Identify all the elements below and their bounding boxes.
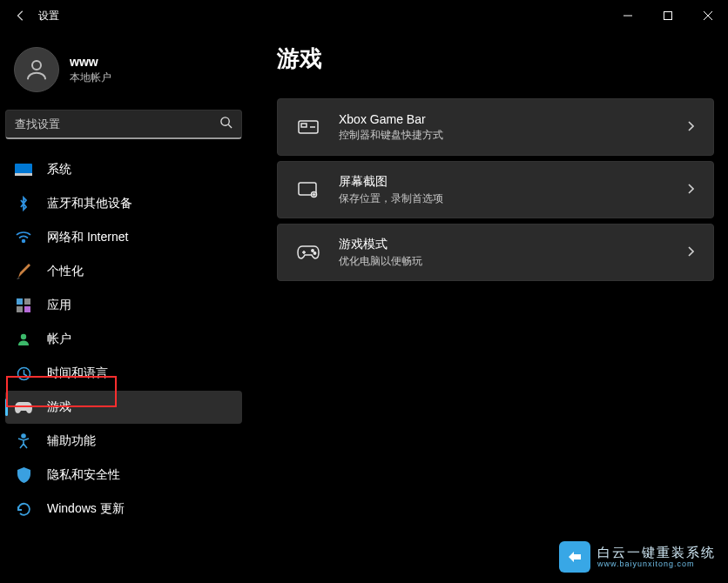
minimize-button[interactable] [608, 3, 648, 29]
svg-rect-18 [301, 124, 307, 127]
sidebar-item-label: 网络和 Internet [47, 230, 128, 245]
privacy-icon [14, 466, 33, 485]
card-xbox-game-bar[interactable]: Xbox Game Bar 控制器和键盘快捷方式 [277, 98, 714, 156]
svg-point-9 [23, 240, 25, 243]
sidebar-item-label: 时间和语言 [47, 365, 108, 381]
sidebar-item-accounts[interactable]: 帐户 [5, 323, 242, 356]
watermark: 白云一键重装系统 www.baiyunxitong.com [559, 541, 716, 573]
sidebar-item-label: Windows 更新 [47, 501, 125, 517]
game-mode-icon [297, 241, 320, 264]
card-title: 屏幕截图 [339, 174, 443, 190]
avatar [14, 47, 59, 92]
title-bar: 设置 [0, 0, 728, 31]
sidebar-item-label: 蓝牙和其他设备 [47, 196, 132, 211]
sidebar-item-label: 游戏 [47, 399, 71, 415]
account-type: 本地帐户 [70, 70, 111, 85]
sidebar-item-label: 应用 [47, 298, 71, 313]
svg-rect-11 [24, 298, 30, 305]
nav-list: 系统 蓝牙和其他设备 网络和 Internet 个性化 [5, 153, 247, 526]
svg-rect-8 [15, 173, 32, 176]
account-icon [14, 330, 33, 349]
card-title: 游戏模式 [339, 237, 422, 252]
user-profile[interactable]: www 本地帐户 [5, 42, 247, 108]
svg-point-4 [32, 61, 41, 70]
sidebar-item-label: 个性化 [47, 264, 84, 279]
sidebar-item-label: 系统 [47, 162, 71, 178]
sidebar-item-windows-update[interactable]: Windows 更新 [5, 493, 242, 526]
window-title: 设置 [38, 9, 59, 23]
sidebar-item-network[interactable]: 网络和 Internet [5, 221, 242, 254]
sidebar-item-gaming[interactable]: 游戏 [5, 391, 242, 424]
sidebar-item-accessibility[interactable]: 辅助功能 [5, 425, 242, 458]
sidebar-item-bluetooth[interactable]: 蓝牙和其他设备 [5, 187, 242, 220]
window-controls [608, 3, 728, 29]
sidebar-item-label: 辅助功能 [47, 433, 96, 449]
watermark-logo-icon [559, 541, 590, 573]
svg-rect-10 [17, 298, 23, 305]
close-button[interactable] [688, 3, 728, 29]
sidebar-item-personalization[interactable]: 个性化 [5, 255, 242, 288]
card-subtitle: 优化电脑以便畅玩 [339, 254, 422, 269]
sidebar-item-label: 帐户 [47, 332, 71, 347]
accessibility-icon [14, 432, 33, 451]
card-game-mode[interactable]: 游戏模式 优化电脑以便畅玩 [277, 224, 714, 281]
card-subtitle: 控制器和键盘快捷方式 [339, 128, 443, 143]
sidebar-item-system[interactable]: 系统 [5, 153, 242, 186]
page-title: 游戏 [277, 44, 714, 74]
sidebar-item-label: 隐私和安全性 [47, 467, 120, 483]
search-icon [219, 116, 233, 132]
apps-icon [14, 296, 33, 315]
main-content: 游戏 Xbox Game Bar 控制器和键盘快捷方式 屏幕截图 保存位置，录制… [253, 31, 728, 583]
svg-point-16 [22, 434, 25, 438]
personalization-icon [14, 262, 33, 281]
system-icon [14, 160, 33, 179]
search-input[interactable] [15, 117, 212, 131]
windows-update-icon [14, 499, 33, 519]
chevron-right-icon [687, 245, 694, 260]
maximize-button[interactable] [648, 3, 688, 29]
chevron-right-icon [687, 182, 694, 198]
search-box[interactable] [5, 110, 242, 139]
captures-icon [297, 178, 320, 201]
watermark-text-cn: 白云一键重装系统 [597, 545, 716, 560]
gaming-icon [14, 398, 33, 417]
sidebar: www 本地帐户 系统 蓝牙和其他设备 [0, 31, 253, 583]
chevron-right-icon [687, 119, 694, 135]
svg-rect-13 [24, 306, 30, 312]
sidebar-item-privacy[interactable]: 隐私和安全性 [5, 459, 242, 492]
svg-line-6 [228, 124, 232, 128]
user-name: www [70, 55, 111, 69]
svg-point-5 [221, 117, 229, 125]
xbox-game-bar-icon [297, 116, 320, 138]
svg-point-14 [21, 334, 26, 339]
card-captures[interactable]: 屏幕截图 保存位置，录制首选项 [277, 161, 714, 218]
svg-rect-1 [664, 12, 672, 20]
sidebar-item-time-language[interactable]: 时间和语言 [5, 357, 242, 390]
card-title: Xbox Game Bar [339, 112, 443, 126]
watermark-text-en: www.baiyunxitong.com [597, 560, 716, 568]
svg-rect-12 [17, 306, 23, 312]
back-button[interactable] [9, 3, 33, 28]
wifi-icon [14, 228, 33, 247]
card-subtitle: 保存位置，录制首选项 [339, 191, 443, 206]
bluetooth-icon [14, 194, 33, 213]
svg-point-25 [313, 252, 315, 254]
svg-point-24 [312, 250, 313, 251]
sidebar-item-apps[interactable]: 应用 [5, 289, 242, 322]
time-language-icon [14, 364, 33, 383]
